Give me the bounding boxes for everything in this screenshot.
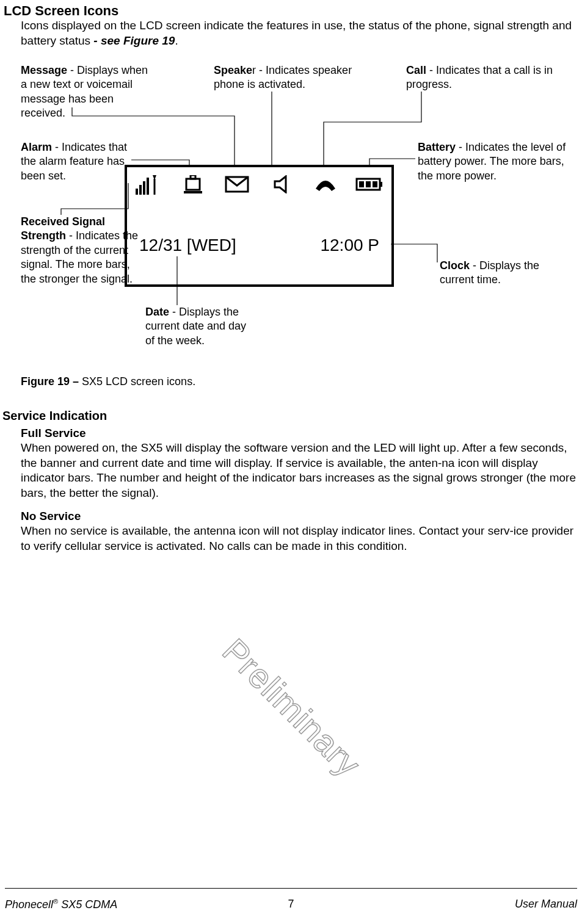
svg-rect-14 (366, 181, 371, 187)
heading-full-service: Full Service (21, 426, 86, 441)
body-full-service: When powered on, the SX5 will display th… (21, 441, 577, 501)
svg-rect-0 (136, 189, 138, 195)
speaker-icon (266, 172, 297, 197)
intro-ref: - see Figure 19 (93, 34, 175, 47)
callout-message: Message - Displays when a new text or vo… (21, 63, 149, 121)
callout-battery: Battery - Indicates the level of battery… (418, 140, 577, 183)
svg-rect-13 (359, 181, 364, 187)
svg-rect-15 (373, 181, 377, 187)
lcd-time-text: 12:00 P (320, 234, 379, 256)
call-icon (310, 172, 341, 197)
lcd-date-text: 12/31 [WED] (139, 234, 236, 256)
callout-alarm: Alarm - Indicates that the alarm feature… (21, 140, 131, 183)
watermark-preliminary: Preliminary (213, 629, 369, 786)
svg-rect-6 (186, 179, 200, 190)
body-no-service: When no service is available, the antenn… (21, 524, 577, 554)
svg-rect-3 (147, 178, 149, 195)
alarm-icon (178, 172, 208, 197)
intro-text: Icons displayed on the LCD screen indica… (21, 18, 577, 48)
battery-icon (354, 172, 385, 197)
heading-no-service: No Service (21, 509, 81, 524)
svg-marker-10 (275, 176, 286, 192)
footer-right: User Manual (515, 897, 577, 911)
callout-call: Call - Indicates that a call is in progr… (406, 63, 577, 92)
footer-left: Phonecell® SX5 CDMA (5, 897, 117, 912)
figure-caption: Figure 19 – SX5 LCD screen icons. (21, 375, 195, 389)
svg-rect-12 (380, 182, 382, 187)
page-number: 7 (288, 897, 294, 911)
heading-service-indication: Service Indication (2, 408, 107, 424)
callout-date: Date - Displays the current date and day… (145, 305, 255, 348)
svg-rect-2 (143, 181, 145, 195)
svg-rect-7 (191, 175, 195, 179)
lcd-icon-bar (127, 171, 391, 198)
lcd-screen: 12/31 [WED] 12:00 P (125, 165, 394, 287)
signal-icon (134, 172, 164, 197)
svg-rect-8 (184, 191, 202, 193)
callout-speaker: Speaker - Indicates speaker phone is act… (214, 63, 354, 92)
intro-ref-suffix: . (175, 34, 178, 47)
message-icon (222, 172, 252, 197)
callout-clock: Clock - Displays the current time. (440, 259, 562, 287)
svg-rect-1 (139, 185, 142, 195)
heading-lcd-icons: LCD Screen Icons (4, 2, 118, 20)
footer-rule (5, 888, 577, 889)
